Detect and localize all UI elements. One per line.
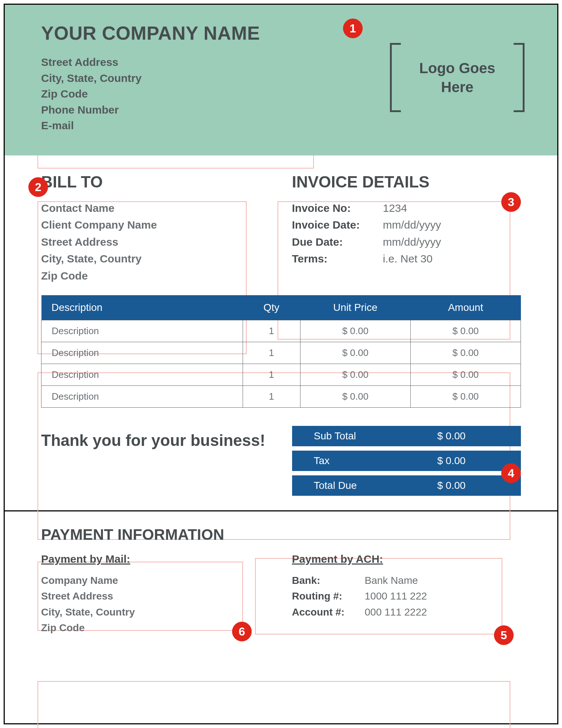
ach-row: Account #:000 111 2222 <box>292 604 521 620</box>
annotation-dot-1: 1 <box>343 19 363 38</box>
header-section: YOUR COMPANY NAME Street Address City, S… <box>5 5 557 155</box>
annotation-dot-5: 5 <box>494 625 514 645</box>
annotation-dot-6: 6 <box>232 622 252 641</box>
detail-row: Due Date:mm/dd/yyyy <box>292 234 521 251</box>
col-unit-price: Unit Price <box>300 295 410 320</box>
detail-row: Invoice No:1234 <box>292 200 521 217</box>
invoice-template: 1 2 3 4 5 6 7 YOUR COMPANY NAME Street A… <box>4 4 558 724</box>
company-email: E-mail <box>41 118 525 134</box>
logo-text: Logo GoesHere <box>419 59 495 96</box>
info-section: BILL TO Contact Name Client Company Name… <box>5 155 557 296</box>
col-description: Description <box>41 295 243 320</box>
annotation-dot-3: 3 <box>501 192 521 212</box>
payment-ach-title: Payment by ACH: <box>292 553 521 565</box>
bill-city: City, State, Country <box>41 250 270 268</box>
table-row: Description1$ 0.00$ 0.00 <box>41 320 521 342</box>
ach-row: Routing #:1000 111 222 <box>292 588 521 604</box>
bill-to-title: BILL TO <box>41 173 270 191</box>
subtotal-row: Sub Total$ 0.00 <box>292 426 521 446</box>
tax-row: Tax$ 0.00 <box>292 451 521 471</box>
mail-line: City, State, Country <box>41 604 270 620</box>
payment-section: PAYMENT INFORMATION Payment by Mail: Com… <box>5 511 557 654</box>
mail-line: Street Address <box>41 588 270 604</box>
payment-mail-title: Payment by Mail: <box>41 553 270 565</box>
annotation-dot-2: 2 <box>28 177 48 197</box>
bill-contact: Contact Name <box>41 200 270 217</box>
summary-section: Thank you for your business! Sub Total$ … <box>5 408 557 510</box>
invoice-details-title: INVOICE DETAILS <box>292 173 521 191</box>
col-amount: Amount <box>410 295 521 320</box>
table-row: Description1$ 0.00$ 0.00 <box>41 342 521 364</box>
table-row: Description1$ 0.00$ 0.00 <box>41 386 521 408</box>
ach-row: Bank:Bank Name <box>292 573 521 588</box>
bracket-left-icon <box>390 43 401 112</box>
totals-block: Sub Total$ 0.00 Tax$ 0.00 Total Due$ 0.0… <box>292 426 521 496</box>
line-items-table: Description Qty Unit Price Amount Descri… <box>41 295 521 408</box>
bill-street: Street Address <box>41 234 270 251</box>
col-qty: Qty <box>243 295 300 320</box>
mail-line: Company Name <box>41 573 270 588</box>
logo-placeholder: Logo GoesHere <box>390 43 525 112</box>
bill-to-block: BILL TO Contact Name Client Company Name… <box>41 173 270 285</box>
thank-you-message: Thank you for your business! <box>41 426 270 496</box>
invoice-details-block: INVOICE DETAILS Invoice No:1234 Invoice … <box>292 173 521 285</box>
bracket-right-icon <box>514 43 525 112</box>
total-due-row: Total Due$ 0.00 <box>292 475 521 496</box>
annotation-box-7 <box>37 681 510 728</box>
bill-zip: Zip Code <box>41 268 270 285</box>
annotation-dot-4: 4 <box>501 463 521 483</box>
payment-title: PAYMENT INFORMATION <box>41 526 521 543</box>
detail-row: Terms:i.e. Net 30 <box>292 250 521 268</box>
table-row: Description1$ 0.00$ 0.00 <box>41 364 521 386</box>
line-items-section: Description Qty Unit Price Amount Descri… <box>5 295 557 408</box>
company-name: YOUR COMPANY NAME <box>41 22 525 44</box>
payment-ach-block: Payment by ACH: Bank:Bank Name Routing #… <box>292 553 521 636</box>
detail-row: Invoice Date:mm/dd/yyyy <box>292 217 521 234</box>
bill-client: Client Company Name <box>41 217 270 234</box>
